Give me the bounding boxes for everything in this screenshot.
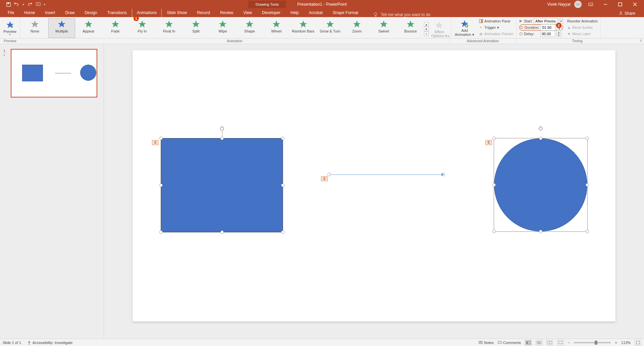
slide-editing-area[interactable]: 0 0 0 [104, 44, 644, 346]
anim-float-in[interactable]: Float In [156, 18, 182, 38]
anim-none[interactable]: None [21, 18, 48, 38]
preview-button[interactable]: Preview ▼ [1, 17, 19, 38]
resize-handle-nw[interactable] [492, 137, 496, 140]
trigger-button[interactable]: Trigger ▾ [479, 24, 514, 30]
minimize-icon[interactable] [600, 0, 611, 9]
resize-handle-se[interactable] [281, 230, 284, 234]
tab-shape-format[interactable]: Shape Format [328, 8, 363, 17]
animation-gallery[interactable]: None Multiple Appear Fade Fly In Float I… [21, 17, 450, 38]
add-animation-button[interactable]: AddAnimation ▾ [452, 17, 477, 38]
reading-view-icon[interactable] [546, 340, 553, 345]
anim-swivel[interactable]: Swivel [370, 18, 397, 38]
resize-handle-s[interactable] [539, 230, 542, 233]
zoom-in-button[interactable]: + [615, 341, 617, 345]
anim-split[interactable]: Split [182, 18, 209, 38]
gallery-up-icon[interactable]: ▲ [424, 22, 429, 27]
user-avatar[interactable]: VN [574, 1, 582, 8]
slideshow-view-icon[interactable] [557, 340, 564, 345]
share-button[interactable]: Share [616, 10, 638, 17]
anim-shape[interactable]: Shape [236, 18, 263, 38]
normal-view-icon[interactable] [525, 340, 532, 345]
circle-shape-selection[interactable] [494, 138, 588, 232]
animation-pane-button[interactable]: Animation Pane [479, 18, 514, 24]
slide-sorter-view-icon[interactable] [536, 340, 542, 345]
resize-handle-sw[interactable] [159, 230, 163, 234]
tab-transitions[interactable]: Transitions [102, 8, 132, 17]
delay-input[interactable] [540, 31, 555, 37]
tab-developer[interactable]: Developer [257, 8, 285, 17]
slide-thumbnail-1[interactable] [11, 49, 97, 97]
maximize-icon[interactable] [614, 0, 626, 9]
rotate-handle-icon[interactable] [538, 126, 543, 131]
resize-handle-n[interactable] [220, 137, 224, 140]
line-shape[interactable] [329, 175, 443, 175]
circle-shape[interactable] [494, 138, 587, 231]
resize-handle-w[interactable] [492, 183, 496, 187]
anim-fly-in[interactable]: Fly In [129, 18, 156, 38]
start-from-beginning-icon[interactable] [36, 2, 41, 7]
resize-handle-e[interactable] [586, 183, 589, 187]
start-select[interactable] [534, 18, 557, 24]
comments-button[interactable]: Comments [498, 341, 521, 345]
resize-handle-ne[interactable] [281, 137, 284, 140]
animation-order-tag[interactable]: 0 [152, 140, 159, 145]
undo-dropdown-icon[interactable]: ▼ [22, 3, 24, 6]
close-icon[interactable] [629, 0, 641, 9]
tab-insert[interactable]: Insert [40, 8, 60, 17]
ribbon-display-icon[interactable] [585, 0, 596, 9]
anim-wipe[interactable]: Wipe [209, 18, 236, 38]
resize-handle-w[interactable] [159, 184, 163, 187]
resize-handle-e[interactable] [281, 184, 284, 187]
zoom-slider[interactable] [574, 342, 611, 343]
rotate-handle-icon[interactable] [220, 126, 224, 131]
resize-handle-ne[interactable] [586, 137, 589, 140]
anim-zoom[interactable]: Zoom [343, 18, 370, 38]
slide-canvas[interactable]: 0 0 0 [132, 50, 615, 322]
tab-record[interactable]: Record [192, 8, 215, 17]
tab-slide-show[interactable]: Slide Show [162, 8, 192, 17]
tab-view[interactable]: View [238, 8, 257, 17]
anim-appear[interactable]: Appear [75, 18, 102, 38]
accessibility-status[interactable]: Accessibility: Investigate [27, 341, 72, 345]
tab-home[interactable]: Home [19, 8, 40, 17]
qat-customize-icon[interactable]: ▾ [44, 3, 45, 6]
resize-handle-n[interactable] [539, 137, 542, 140]
resize-handle-sw[interactable] [492, 230, 496, 233]
spinner-up-icon[interactable]: ▲ [556, 31, 561, 34]
redo-icon[interactable] [28, 2, 33, 7]
fit-to-window-icon[interactable] [635, 340, 641, 345]
animation-order-tag[interactable]: 0 [321, 176, 328, 181]
animation-order-tag[interactable]: 0 [485, 140, 492, 145]
animation-group-launcher-icon[interactable]: ⇲ [446, 34, 450, 38]
save-icon[interactable] [6, 2, 11, 7]
resize-handle-nw[interactable] [159, 137, 163, 140]
tab-help[interactable]: Help [285, 8, 304, 17]
tab-file[interactable]: File [3, 8, 19, 17]
rectangle-shape[interactable] [161, 138, 283, 232]
zoom-slider-thumb[interactable] [595, 341, 597, 345]
anim-multiple[interactable]: Multiple [48, 18, 75, 38]
anim-fade[interactable]: Fade [102, 18, 129, 38]
tab-review[interactable]: Review [215, 8, 238, 17]
duration-input[interactable] [541, 24, 555, 30]
anim-wheel[interactable]: Wheel [263, 18, 290, 38]
gallery-down-icon[interactable]: ▼ [424, 27, 429, 31]
spinner-down-icon[interactable]: ▼ [556, 34, 561, 37]
rectangle-shape-selection[interactable] [161, 138, 283, 232]
gallery-more-icon[interactable]: ≡ [424, 31, 429, 36]
tell-me-search[interactable]: Tell me what you want to do [373, 12, 430, 17]
zoom-out-button[interactable]: − [568, 341, 570, 345]
line-shape-selection[interactable] [329, 174, 443, 175]
anim-grow-turn[interactable]: Grow & Turn [317, 18, 343, 38]
tab-design[interactable]: Design [79, 8, 102, 17]
anim-random-bars[interactable]: Random Bars [290, 18, 317, 38]
anim-bounce[interactable]: Bounce [397, 18, 424, 38]
resize-handle-s[interactable] [220, 230, 224, 234]
tab-draw[interactable]: Draw [60, 8, 79, 17]
zoom-level[interactable]: 113% [621, 341, 631, 345]
resize-handle-se[interactable] [586, 230, 589, 233]
undo-icon[interactable] [14, 2, 19, 7]
collapse-ribbon-icon[interactable]: ᐱ [638, 39, 644, 44]
line-handle-start[interactable] [327, 173, 331, 176]
tab-acrobat[interactable]: Acrobat [304, 8, 328, 17]
